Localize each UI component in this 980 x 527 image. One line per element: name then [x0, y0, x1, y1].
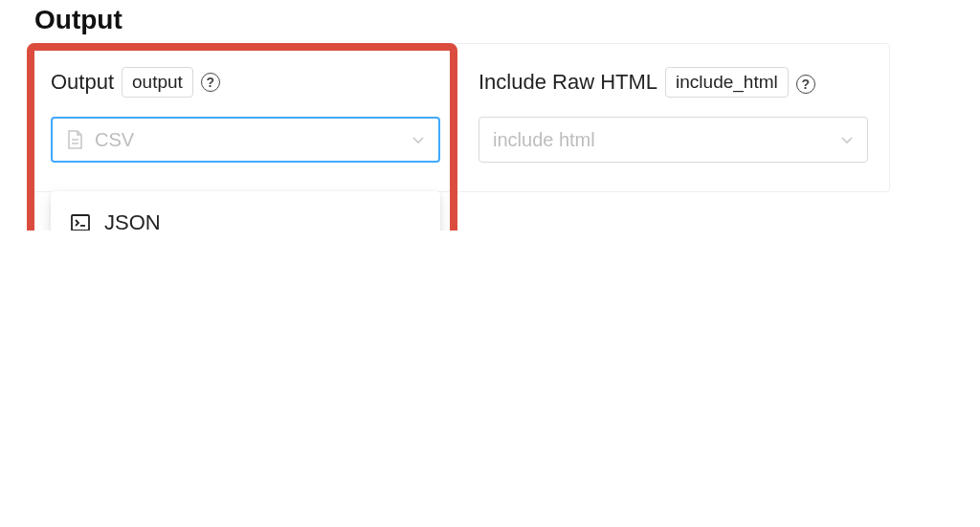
output-param-badge: output: [122, 67, 193, 98]
output-card: Output output ? CSV: [29, 43, 890, 192]
output-field-label: Output: [51, 70, 114, 95]
output-select[interactable]: CSV: [51, 117, 440, 163]
include-html-column: Include Raw HTML include_html ? include …: [479, 67, 868, 163]
include-html-field-label: Include Raw HTML: [479, 70, 657, 95]
include-html-param-badge: include_html: [665, 67, 789, 98]
help-icon[interactable]: ?: [796, 75, 815, 94]
chevron-down-icon: [840, 133, 854, 146]
output-column: Output output ? CSV: [51, 67, 440, 163]
include-html-select[interactable]: include html: [479, 117, 868, 163]
file-icon: [66, 130, 83, 149]
section-title: Output: [34, 5, 890, 35]
chevron-down-icon: [412, 133, 425, 146]
terminal-icon: [70, 212, 91, 231]
dropdown-option-label: JSON: [104, 210, 161, 231]
svg-rect-0: [72, 215, 89, 231]
help-icon[interactable]: ?: [201, 73, 220, 92]
output-select-value: CSV: [95, 129, 412, 151]
output-dropdown: JSON HTML: [51, 191, 440, 231]
include-html-placeholder: include html: [493, 129, 840, 151]
dropdown-option-json[interactable]: JSON: [51, 197, 440, 231]
